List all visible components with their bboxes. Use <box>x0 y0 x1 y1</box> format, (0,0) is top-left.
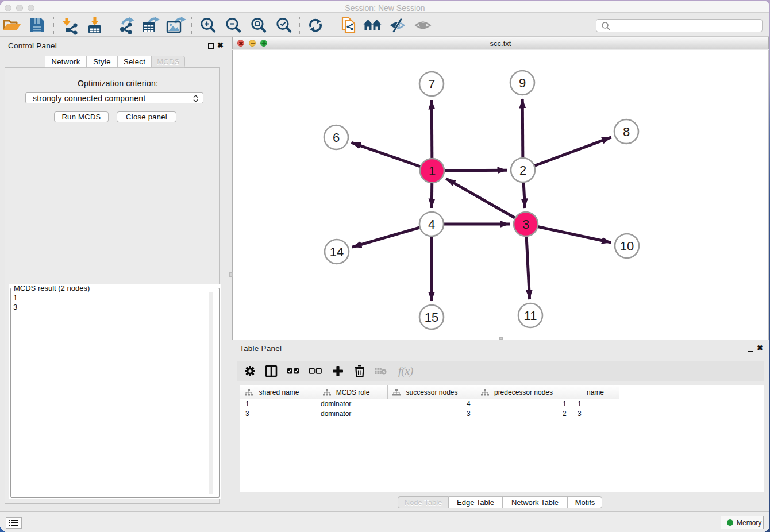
svg-text:9: 9 <box>519 76 526 90</box>
svg-text:4: 4 <box>428 217 435 232</box>
svg-text:1: 1 <box>429 164 436 178</box>
svg-text:7: 7 <box>428 77 435 91</box>
svg-text:8: 8 <box>623 125 630 139</box>
svg-text:3: 3 <box>522 217 529 232</box>
svg-text:10: 10 <box>620 239 634 253</box>
svg-text:14: 14 <box>330 245 344 259</box>
svg-text:f(x): f(x) <box>398 365 413 377</box>
svg-text:15: 15 <box>425 310 438 325</box>
svg-text:2: 2 <box>519 163 526 178</box>
svg-text:11: 11 <box>524 309 537 323</box>
svg-text:6: 6 <box>333 130 340 145</box>
